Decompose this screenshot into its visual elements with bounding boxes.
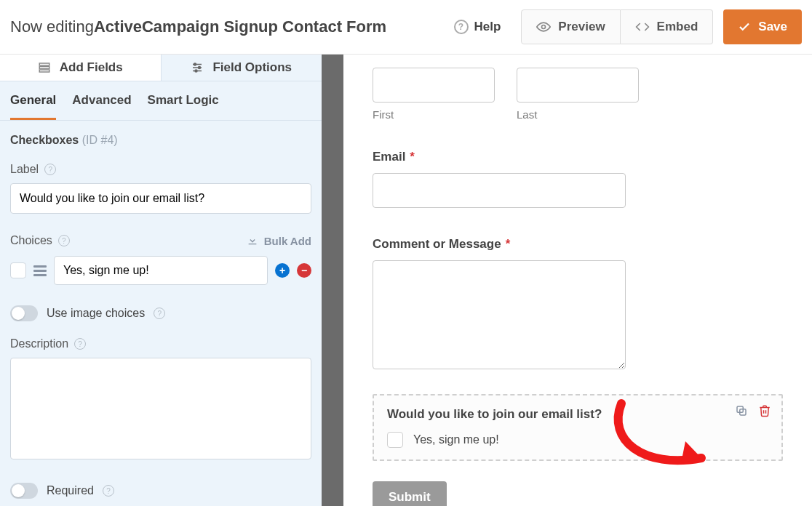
checkbox-field-title: Would you like to join our email list? xyxy=(387,407,768,422)
save-button[interactable]: Save xyxy=(723,9,802,44)
save-label: Save xyxy=(758,20,787,34)
svg-point-0 xyxy=(542,25,546,29)
description-label-row: Description ? xyxy=(10,337,311,350)
add-fields-icon xyxy=(38,61,51,74)
bulk-add-button[interactable]: Bulk Add xyxy=(247,235,311,247)
help-label: Help xyxy=(474,20,501,34)
choices-label: Choices xyxy=(10,234,52,247)
drag-handle-icon[interactable] xyxy=(33,265,47,276)
label-input[interactable] xyxy=(10,183,311,214)
code-icon xyxy=(635,20,650,34)
preview-button[interactable]: Preview xyxy=(521,9,620,44)
help-icon[interactable]: ? xyxy=(154,308,165,319)
embed-label: Embed xyxy=(657,20,698,34)
tab-field-options[interactable]: Field Options xyxy=(162,55,322,81)
image-choices-toggle[interactable] xyxy=(10,305,38,321)
add-choice-button[interactable]: + xyxy=(275,263,290,278)
svg-point-8 xyxy=(199,67,201,69)
subtab-general[interactable]: General xyxy=(10,93,56,120)
svg-point-7 xyxy=(194,63,196,65)
field-id: (ID #4) xyxy=(82,134,118,146)
first-name-input[interactable] xyxy=(373,68,495,103)
help-icon[interactable]: ? xyxy=(58,235,70,246)
first-sublabel: First xyxy=(373,108,495,121)
embed-button[interactable]: Embed xyxy=(621,9,714,44)
checkbox-option-box[interactable] xyxy=(387,432,403,448)
check-icon xyxy=(738,20,751,33)
choices-label-row: Choices ? xyxy=(10,234,70,247)
description-textarea[interactable] xyxy=(10,358,311,459)
label-label: Label xyxy=(10,163,39,176)
required-toggle[interactable] xyxy=(10,483,38,499)
eye-icon xyxy=(536,20,551,34)
checkbox-option-label: Yes, sign me up! xyxy=(413,433,499,446)
help-icon[interactable]: ? xyxy=(44,164,56,175)
svg-rect-3 xyxy=(39,70,49,72)
help-icon: ? xyxy=(454,20,469,34)
field-type: Checkboxes xyxy=(10,134,79,146)
email-input[interactable] xyxy=(373,173,626,208)
tab-add-fields-label: Add Fields xyxy=(60,60,123,75)
help-icon[interactable]: ? xyxy=(74,338,86,350)
image-choices-label: Use image choices xyxy=(47,307,145,320)
sidebar: Add Fields Field Options General Advance… xyxy=(0,55,322,506)
last-name-input[interactable] xyxy=(517,68,639,103)
svg-rect-2 xyxy=(39,67,49,69)
email-label: Email* xyxy=(373,150,783,164)
field-heading: Checkboxes (ID #4) xyxy=(10,134,311,147)
bulk-add-label: Bulk Add xyxy=(264,235,311,247)
choice-input[interactable] xyxy=(54,256,268,285)
sliders-icon xyxy=(191,61,204,74)
pane-divider[interactable] xyxy=(322,55,343,506)
comment-textarea[interactable] xyxy=(373,260,626,369)
comment-label: Comment or Message* xyxy=(373,237,783,252)
label-label-row: Label ? xyxy=(10,163,311,176)
subtab-smart-logic[interactable]: Smart Logic xyxy=(148,93,219,120)
required-indicator: * xyxy=(506,237,511,252)
help-link[interactable]: ? Help xyxy=(454,20,501,34)
svg-rect-1 xyxy=(39,63,49,65)
help-icon[interactable]: ? xyxy=(103,485,114,497)
remove-choice-button[interactable]: − xyxy=(297,263,311,278)
description-label: Description xyxy=(10,337,68,350)
duplicate-icon[interactable] xyxy=(735,404,748,420)
choice-row: + − xyxy=(10,256,311,285)
last-sublabel: Last xyxy=(517,108,639,121)
preview-embed-group: Preview Embed xyxy=(521,9,713,44)
subtab-advanced[interactable]: Advanced xyxy=(72,93,131,120)
tab-field-options-label: Field Options xyxy=(212,60,292,75)
form-title: ActiveCampaign Signup Contact Form xyxy=(94,17,386,36)
download-icon xyxy=(247,235,258,246)
top-bar: Now editing ActiveCampaign Signup Contac… xyxy=(0,0,812,55)
form-canvas: First Last Email* Comment or Message* xyxy=(343,55,812,506)
checkbox-field-block[interactable]: Would you like to join our email list? Y… xyxy=(373,394,783,461)
tab-add-fields[interactable]: Add Fields xyxy=(0,55,162,81)
required-indicator: * xyxy=(410,150,415,164)
title-prefix: Now editing xyxy=(10,17,94,36)
trash-icon[interactable] xyxy=(758,404,771,420)
submit-button[interactable]: Submit xyxy=(373,481,447,506)
svg-point-9 xyxy=(195,70,197,72)
choice-default-checkbox[interactable] xyxy=(10,262,26,278)
required-label: Required xyxy=(47,484,94,497)
preview-label: Preview xyxy=(558,20,605,34)
